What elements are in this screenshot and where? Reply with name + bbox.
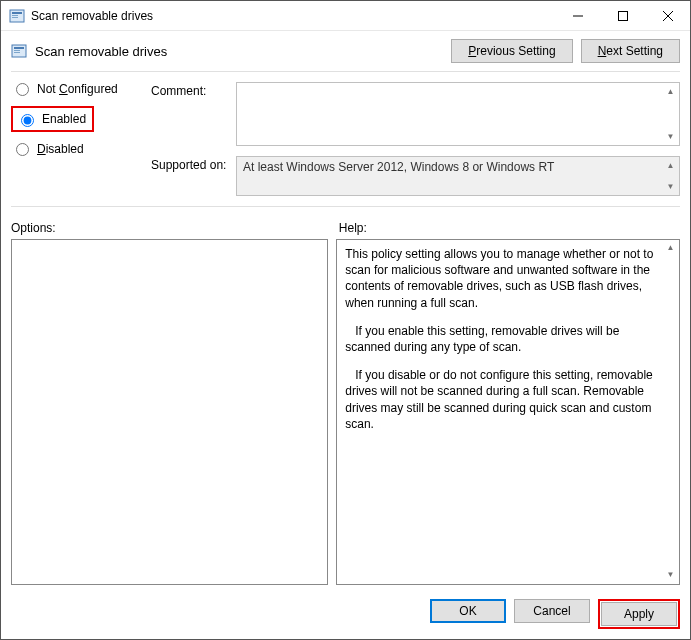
- comment-textarea[interactable]: ▲ ▼: [236, 82, 680, 146]
- header-row: Scan removable drives Previous Setting N…: [1, 31, 690, 71]
- svg-rect-5: [618, 11, 627, 20]
- supported-value: At least Windows Server 2012, Windows 8 …: [243, 160, 554, 174]
- policy-icon: [11, 43, 27, 59]
- lower-panels: This policy setting allows you to manage…: [1, 239, 690, 593]
- next-setting-button[interactable]: Next Setting: [581, 39, 680, 63]
- help-panel: This policy setting allows you to manage…: [336, 239, 680, 585]
- close-button[interactable]: [645, 1, 690, 30]
- radio-enabled-highlight: Enabled: [11, 106, 94, 132]
- options-label: Options:: [11, 221, 339, 235]
- apply-highlight: Apply: [598, 599, 680, 629]
- supported-label: Supported on:: [151, 156, 236, 172]
- cancel-button[interactable]: Cancel: [514, 599, 590, 623]
- bottom-button-bar: OK Cancel Apply: [1, 593, 690, 639]
- radio-disabled-input[interactable]: [16, 143, 29, 156]
- window-title: Scan removable drives: [31, 9, 153, 23]
- previous-setting-button[interactable]: Previous Setting: [451, 39, 572, 63]
- svg-rect-2: [12, 15, 18, 16]
- help-paragraph: If you enable this setting, removable dr…: [345, 323, 661, 355]
- radio-disabled[interactable]: Disabled: [16, 142, 151, 156]
- help-paragraph: This policy setting allows you to manage…: [345, 246, 661, 311]
- policy-name: Scan removable drives: [35, 44, 443, 59]
- scroll-down-icon[interactable]: ▼: [663, 568, 678, 583]
- radio-enabled-label: Enabled: [42, 112, 86, 126]
- svg-rect-1: [12, 12, 22, 14]
- fields-column: Comment: ▲ ▼ Supported on: At least Wind…: [151, 82, 680, 196]
- svg-rect-11: [14, 52, 20, 53]
- options-panel: [11, 239, 328, 585]
- radio-enabled-input[interactable]: [21, 114, 34, 127]
- svg-rect-10: [14, 50, 20, 51]
- radio-not-configured[interactable]: Not Configured: [16, 82, 151, 96]
- radio-disabled-label: Disabled: [37, 142, 84, 156]
- scroll-up-icon[interactable]: ▲: [663, 241, 678, 256]
- upper-section: Not Configured Enabled Disabled Comment:…: [1, 72, 690, 196]
- scroll-up-icon[interactable]: ▲: [663, 84, 678, 99]
- titlebar: Scan removable drives: [1, 1, 690, 31]
- ok-button[interactable]: OK: [430, 599, 506, 623]
- minimize-button[interactable]: [555, 1, 600, 30]
- state-radio-group: Not Configured Enabled Disabled: [11, 82, 151, 196]
- lower-labels: Options: Help:: [1, 207, 690, 239]
- help-label: Help:: [339, 221, 680, 235]
- app-icon: [9, 8, 25, 24]
- help-paragraph: If you disable or do not configure this …: [345, 367, 661, 432]
- svg-rect-3: [12, 17, 18, 18]
- svg-rect-9: [14, 47, 24, 49]
- supported-box: At least Windows Server 2012, Windows 8 …: [236, 156, 680, 196]
- radio-not-configured-label: Not Configured: [37, 82, 118, 96]
- scroll-up-icon[interactable]: ▲: [663, 158, 678, 173]
- maximize-button[interactable]: [600, 1, 645, 30]
- apply-button[interactable]: Apply: [601, 602, 677, 626]
- radio-not-configured-input[interactable]: [16, 83, 29, 96]
- comment-label: Comment:: [151, 82, 236, 98]
- scroll-down-icon[interactable]: ▼: [663, 179, 678, 194]
- scroll-down-icon[interactable]: ▼: [663, 129, 678, 144]
